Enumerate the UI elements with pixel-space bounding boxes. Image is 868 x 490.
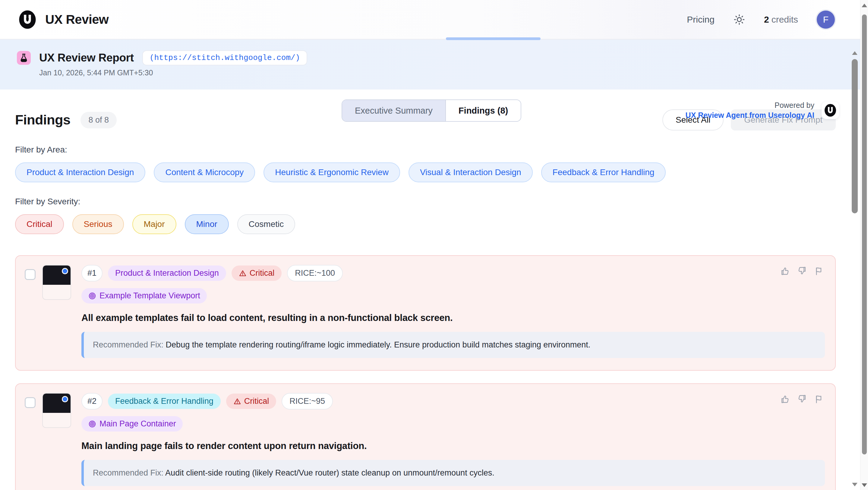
finding-severity-label: Critical [244,397,269,406]
finding-thumbnail[interactable] [42,265,71,300]
tab-findings[interactable]: Findings (8) [446,100,521,121]
content-scrollbar[interactable] [851,48,858,488]
tab-executive-summary[interactable]: Executive Summary [342,100,446,121]
finding-checkbox[interactable] [25,397,36,408]
userology-logo-icon [19,10,36,29]
bullseye-icon [88,292,96,300]
area-filter-visual-interaction[interactable]: Visual & Interaction Design [408,162,533,182]
top-navbar: UX Review Pricing 2credits F [0,0,868,39]
page-title: Findings [15,112,70,128]
severity-filter-cosmetic[interactable]: Cosmetic [237,214,296,234]
thumbs-down-icon[interactable] [797,266,807,276]
finding-element-label: Main Page Container [99,419,176,428]
severity-filter-minor[interactable]: Minor [185,214,229,234]
report-flask-tile [17,51,31,65]
finding-card-2: #2 Feedback & Error Handling Critical RI… [15,383,836,490]
credits-count: 2 [764,14,769,24]
finding-rice-badge: RICE:~95 [282,393,333,410]
userology-logo-icon [824,104,836,117]
report-tabs: Executive Summary Findings (8) [342,99,521,122]
flask-icon [19,53,29,63]
pricing-link[interactable]: Pricing [687,14,715,25]
finding-number-badge: #1 [82,265,102,282]
warning-triangle-icon [239,269,247,277]
powered-logo-box [822,102,839,119]
finding-element-label: Example Template Viewport [99,291,200,300]
report-url-chip[interactable]: (https://stitch.withgoogle.com/) [142,50,307,65]
finding-checkbox[interactable] [25,269,36,280]
recommended-fix-box: Recommended Fix: Debug the template rend… [82,332,825,358]
page-scrollbar-thumb[interactable] [862,14,867,454]
warning-triangle-icon [234,397,241,405]
area-filter-row: Product & Interaction Design Content & M… [15,162,836,182]
filter-severity-label: Filter by Severity: [15,197,836,206]
recommended-fix-label: Recommended Fix: [93,340,163,349]
sun-theme-toggle-icon[interactable] [733,13,745,26]
powered-by-link[interactable]: UX Review Agent from Userology AI [686,111,814,120]
finding-card-1: #1 Product & Interaction Design Critical… [15,255,836,371]
scroll-up-arrow-icon[interactable] [862,4,867,7]
severity-filter-serious[interactable]: Serious [72,214,124,234]
scroll-up-arrow-icon[interactable] [852,51,858,55]
powered-by-prefix: Powered by [686,101,814,110]
finding-title: Main landing page fails to render conten… [82,440,825,451]
page-scrollbar[interactable] [860,0,868,490]
tooltip-remnant-bar [446,37,540,40]
scroll-down-arrow-icon[interactable] [862,483,867,487]
report-timestamp: Jan 10, 2026, 5:44 PM GMT+5:30 [39,68,307,77]
findings-main: Findings 8 of 8 Select All Generate Fix … [0,109,868,490]
thumbnail-marker-dot [62,396,68,402]
finding-area-badge: Product & Interaction Design [108,265,226,281]
recommended-fix-label: Recommended Fix: [93,468,163,477]
finding-severity-label: Critical [250,268,275,278]
thumbs-up-icon[interactable] [780,266,790,276]
thumbnail-marker-dot [62,268,68,274]
app-title: UX Review [45,12,108,27]
area-filter-feedback-error[interactable]: Feedback & Error Handling [541,162,666,182]
finding-severity-badge: Critical [231,265,282,281]
report-header: UX Review Report (https://stitch.withgoo… [0,39,868,90]
avatar[interactable]: F [817,10,835,29]
finding-element-badge: Example Template Viewport [82,288,207,303]
thumbs-up-icon[interactable] [780,394,790,404]
area-filter-content-microcopy[interactable]: Content & Microcopy [154,162,255,182]
content-scrollbar-thumb[interactable] [852,59,858,214]
area-filter-product-interaction[interactable]: Product & Interaction Design [15,162,145,182]
finding-number-badge: #2 [82,393,102,410]
filter-area-label: Filter by Area: [15,145,836,155]
finding-rice-badge: RICE:~100 [287,265,343,282]
powered-by-block: Powered by UX Review Agent from Userolog… [686,101,839,120]
findings-count-badge: 8 of 8 [81,112,117,128]
severity-filter-major[interactable]: Major [132,214,176,234]
finding-title: All example templates fail to load conte… [82,313,825,323]
scroll-down-arrow-icon[interactable] [852,483,858,486]
finding-area-badge: Feedback & Error Handling [108,394,221,409]
flag-icon[interactable] [814,394,824,404]
severity-filter-critical[interactable]: Critical [15,214,64,234]
flag-icon[interactable] [814,266,824,276]
credits-indicator: 2credits [764,14,798,25]
severity-filter-row: Critical Serious Major Minor Cosmetic [15,214,836,234]
finding-thumbnail[interactable] [42,393,71,428]
report-title: UX Review Report [39,52,134,64]
area-filter-heuristic-ergonomic[interactable]: Heuristic & Ergonomic Review [264,162,400,182]
finding-element-badge: Main Page Container [82,416,183,431]
thumbs-down-icon[interactable] [797,394,807,404]
recommended-fix-text: Audit client-side routing (likely React/… [163,468,494,477]
brand[interactable]: UX Review [19,10,108,29]
recommended-fix-text: Debug the template rendering routing/ifr… [163,340,590,349]
report-header-left: UX Review Report (https://stitch.withgoo… [17,50,307,77]
recommended-fix-box: Recommended Fix: Audit client-side routi… [82,460,825,486]
bullseye-icon [88,420,96,428]
credits-word: credits [772,14,798,24]
finding-severity-badge: Critical [226,394,276,409]
